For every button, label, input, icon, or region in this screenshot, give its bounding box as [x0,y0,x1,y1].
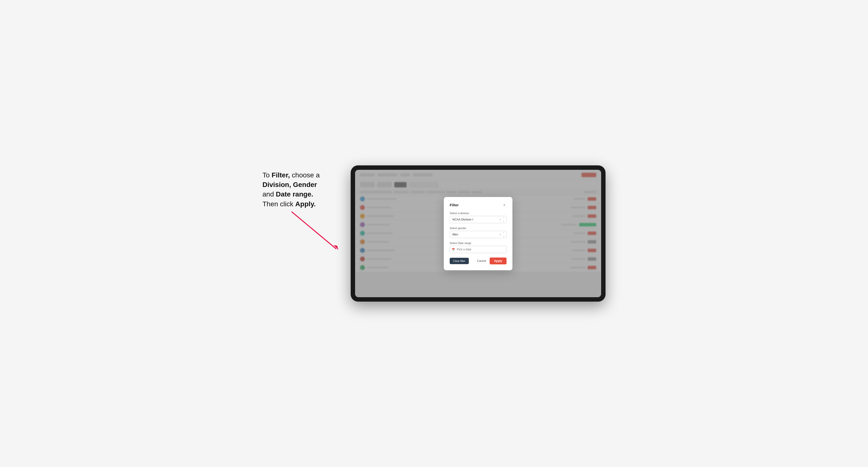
instructions-panel: To Filter, choose a Division, Gender and… [262,165,336,209]
bold-date-range: Date range. [276,190,313,198]
clear-filter-button[interactable]: Clear filter [450,258,469,264]
instruction-text-1: To Filter, choose a [262,171,319,179]
modal-header: Filter × [450,203,506,207]
footer-right-buttons: Cancel Apply [474,257,506,264]
division-field: Select a division NCAA Division I × ⌃⌄ [450,212,506,223]
division-select-wrapper[interactable]: NCAA Division I × ⌃⌄ [450,216,506,223]
arrow-icon [277,210,351,254]
tablet-screen: Filter × Select a division NCAA Division… [355,170,601,297]
gender-field: Select gender Men × ⌃⌄ [450,227,506,238]
apply-button[interactable]: Apply [490,257,506,264]
date-range-label: Select Date range [450,242,506,245]
modal-overlay: Filter × Select a division NCAA Division… [355,170,601,297]
modal-close-button[interactable]: × [502,203,506,207]
tablet-frame: Filter × Select a division NCAA Division… [351,165,606,302]
bold-filter: Filter, [272,171,290,179]
gender-select[interactable]: Men [450,231,506,238]
gender-select-wrapper[interactable]: Men × ⌃⌄ [450,231,506,238]
modal-footer: Clear filter Cancel Apply [450,257,506,264]
svg-line-0 [292,212,336,249]
filter-modal: Filter × Select a division NCAA Division… [444,197,513,270]
bold-division-gender: Division, Gender [262,181,317,188]
division-select[interactable]: NCAA Division I [450,216,506,223]
arrow-container [277,210,351,254]
gender-label: Select gender [450,227,506,229]
modal-title: Filter [450,203,459,207]
instruction-then: Then click Apply. [262,200,316,208]
svg-marker-1 [334,245,338,250]
division-label: Select a division [450,212,506,215]
date-input[interactable] [450,246,506,253]
page-wrapper: To Filter, choose a Division, Gender and… [262,165,606,302]
calendar-icon: 📅 [452,248,455,251]
date-range-field: Select Date range 📅 [450,242,506,253]
instruction-and: and Date range. [262,190,313,198]
gender-clear-icon[interactable]: × [500,233,501,236]
division-clear-icon[interactable]: × [500,218,501,221]
bold-apply: Apply. [295,200,316,208]
cancel-button[interactable]: Cancel [474,257,488,264]
date-input-wrapper[interactable]: 📅 [450,246,506,253]
